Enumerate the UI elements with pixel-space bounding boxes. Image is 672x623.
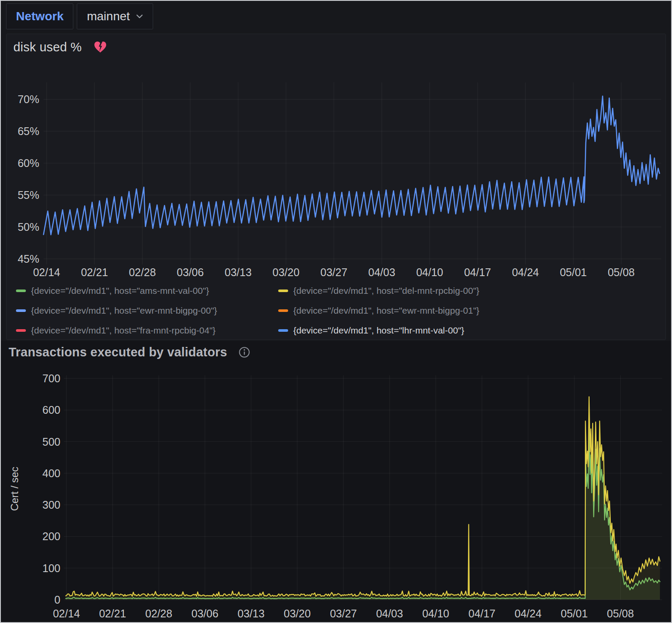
network-variable-label: Network: [16, 9, 63, 23]
y-axis: 0100200300400500600700: [1, 341, 662, 606]
svg-text:04/17: 04/17: [464, 266, 491, 278]
legend-label: {device="/dev/md1", host="fra-mnt-rpcbig…: [31, 325, 216, 336]
legend-item-del-mnt-rpcbig-00[interactable]: {device="/dev/md1", host="del-mnt-rpcbig…: [278, 283, 654, 298]
svg-text:04/24: 04/24: [515, 607, 542, 620]
x-axis: 02/1402/2102/2803/0603/1303/2003/2704/03…: [53, 375, 634, 620]
svg-text:700: 700: [42, 372, 60, 384]
disk-panel-title[interactable]: disk used %: [13, 40, 82, 54]
svg-text:02/28: 02/28: [129, 266, 156, 278]
svg-text:02/21: 02/21: [81, 266, 108, 278]
svg-text:02/21: 02/21: [99, 607, 126, 620]
svg-text:03/27: 03/27: [330, 607, 357, 620]
svg-text:70%: 70%: [18, 93, 39, 105]
svg-text:600: 600: [42, 404, 60, 416]
legend-label: {device="/dev/md1", host="ams-mnt-val-00…: [31, 286, 209, 296]
transactions-panel: Transactions executed by validators 02/1…: [1, 341, 671, 623]
tx-panel-title[interactable]: Transactions executed by validators: [9, 345, 227, 359]
disk-used-panel: disk used % 02/1402/2102/2803/0603/1303/…: [6, 34, 666, 340]
svg-text:03/06: 03/06: [177, 266, 204, 278]
series-color-swatch: [278, 309, 288, 312]
svg-text:03/20: 03/20: [273, 266, 300, 278]
transactions-chart[interactable]: 02/1402/2102/2803/0603/1303/2003/2704/03…: [1, 341, 671, 623]
y-axis-title: Cert / sec: [9, 467, 20, 511]
chevron-down-icon: [136, 14, 143, 19]
dashboard-variable-bar: Network mainnet: [6, 3, 153, 29]
legend-label: {device="/dev/md1", host="ewr-mnt-bigpg-…: [31, 305, 217, 316]
alert-broken-heart-icon[interactable]: [93, 41, 107, 54]
svg-text:55%: 55%: [18, 189, 39, 201]
svg-text:03/20: 03/20: [284, 607, 311, 620]
svg-text:05/01: 05/01: [561, 607, 588, 620]
svg-text:04/03: 04/03: [376, 607, 403, 620]
network-variable-select[interactable]: mainnet: [87, 9, 143, 23]
svg-text:04/10: 04/10: [416, 266, 443, 278]
svg-text:0: 0: [54, 594, 60, 606]
series-color-swatch: [16, 289, 26, 292]
legend-item-fra-mnt-rpcbig-04[interactable]: {device="/dev/md1", host="fra-mnt-rpcbig…: [16, 323, 278, 337]
svg-text:05/08: 05/08: [608, 266, 635, 278]
disk-chart-legend: {device="/dev/md1", host="ams-mnt-val-00…: [16, 283, 654, 337]
svg-text:04/17: 04/17: [468, 607, 496, 620]
grafana-dashboard: { "header": { "network_label": "Network"…: [0, 0, 672, 623]
svg-text:04/10: 04/10: [422, 607, 449, 620]
legend-item-ams-mnt-val-00[interactable]: {device="/dev/md1", host="ams-mnt-val-00…: [16, 283, 278, 298]
series-color-swatch: [16, 309, 26, 312]
svg-text:200: 200: [42, 530, 60, 542]
series-color-swatch: [16, 329, 26, 332]
svg-text:03/27: 03/27: [320, 266, 348, 278]
legend-label: {device="/dev/md1", host="del-mnt-rpcbig…: [293, 286, 479, 296]
svg-text:02/28: 02/28: [145, 607, 173, 620]
svg-text:05/01: 05/01: [560, 266, 587, 278]
svg-text:03/13: 03/13: [238, 607, 265, 620]
info-icon[interactable]: [239, 346, 250, 358]
svg-text:45%: 45%: [18, 253, 39, 265]
svg-text:02/14: 02/14: [53, 607, 80, 620]
svg-text:50%: 50%: [18, 221, 39, 233]
x-axis: 02/1402/2102/2803/0603/1303/2003/2704/03…: [33, 82, 635, 278]
network-variable-label-box: Network: [6, 3, 73, 29]
svg-text:500: 500: [42, 436, 60, 448]
legend-item-ewr-mnt-bigpg-01[interactable]: {device="/dev/md1", host="ewr-mnt-bigpg-…: [278, 303, 654, 318]
legend-label: {device="/dev/md1", host="ewr-mnt-bigpg-…: [293, 305, 479, 316]
svg-text:60%: 60%: [18, 157, 39, 169]
legend-item-ewr-mnt-bigpg-00[interactable]: {device="/dev/md1", host="ewr-mnt-bigpg-…: [16, 303, 278, 318]
legend-label: {device="/dev/md1", host="lhr-mnt-val-00…: [293, 325, 464, 336]
svg-text:400: 400: [42, 467, 60, 479]
network-variable-value: mainnet: [87, 9, 130, 23]
svg-text:03/13: 03/13: [225, 266, 252, 278]
svg-text:300: 300: [42, 499, 60, 511]
svg-text:65%: 65%: [18, 125, 39, 137]
svg-text:100: 100: [42, 562, 60, 574]
network-variable-select-box[interactable]: mainnet: [77, 3, 153, 29]
legend-item-lhr-mnt-val-00[interactable]: {device="/dev/md1", host="lhr-mnt-val-00…: [278, 323, 654, 337]
svg-text:02/14: 02/14: [33, 266, 60, 278]
svg-text:05/08: 05/08: [607, 607, 634, 620]
svg-text:03/06: 03/06: [192, 607, 219, 620]
svg-text:04/24: 04/24: [512, 266, 539, 278]
disk-panel-header: disk used %: [13, 40, 107, 54]
series-color-swatch: [278, 289, 288, 292]
tx-panel-header: Transactions executed by validators: [9, 345, 250, 359]
series-color-swatch: [278, 329, 288, 332]
svg-text:04/03: 04/03: [368, 266, 396, 278]
